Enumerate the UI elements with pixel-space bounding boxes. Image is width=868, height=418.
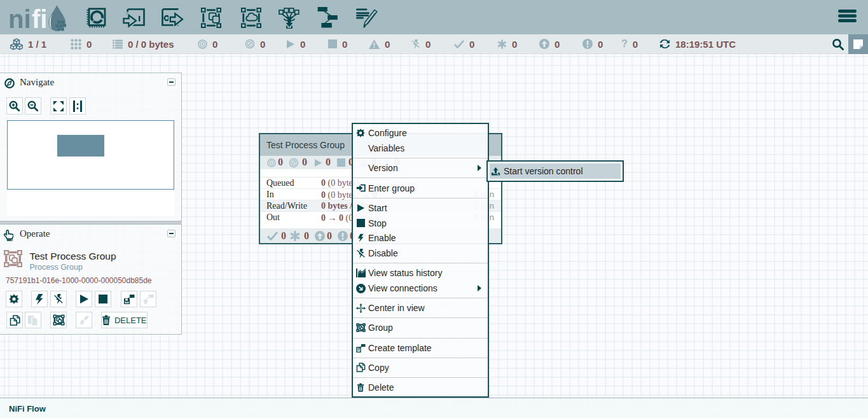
svg-text:ni: ni xyxy=(9,5,31,33)
svg-text:fi: fi xyxy=(32,5,47,33)
